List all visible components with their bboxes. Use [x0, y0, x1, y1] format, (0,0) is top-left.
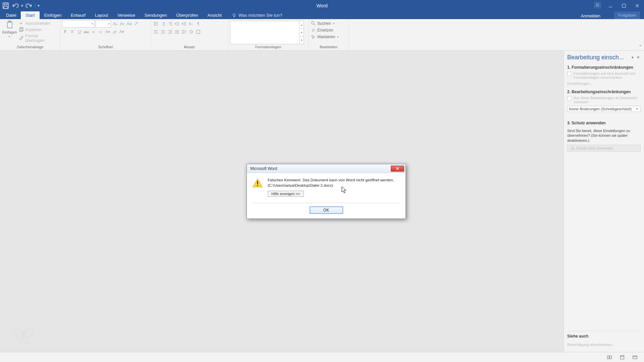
dialog-message-2: (C:\Users\seiya\Desktop\Datei 2.docx)	[268, 183, 394, 188]
save-icon[interactable]	[2, 2, 9, 9]
read-mode-icon[interactable]	[606, 354, 613, 361]
multilevel-list-icon[interactable]	[167, 21, 173, 27]
group-font: ▾ ▾ A▴ A▾ Aa F K U abc x2 x2 A▾ A▾ Schri…	[60, 19, 151, 50]
align-justify-icon[interactable]	[174, 29, 180, 35]
ribbon-display-options-icon[interactable]	[594, 2, 600, 8]
styles-gallery-scroller[interactable]: ▴▾▾	[299, 21, 304, 44]
web-layout-icon[interactable]	[631, 354, 639, 361]
ribbon: Einfügen ▾ ✂Ausschneiden Kopieren Format…	[0, 19, 644, 51]
change-case-icon[interactable]: Aa	[126, 21, 132, 27]
align-right-icon[interactable]	[167, 29, 173, 35]
superscript-button[interactable]: x2	[98, 29, 104, 35]
select-icon	[311, 34, 316, 40]
window-controls	[604, 0, 644, 11]
svg-point-15	[154, 23, 155, 24]
paste-label: Einfügen	[2, 30, 17, 34]
grow-font-icon[interactable]: A▴	[112, 21, 118, 27]
number-list-icon[interactable]	[160, 21, 166, 27]
show-help-button[interactable]: Hilfe anzeigen >>	[268, 191, 304, 197]
strike-button[interactable]: abc	[84, 29, 90, 35]
status-bar	[0, 352, 644, 362]
svg-rect-58	[257, 181, 258, 184]
maximize-icon[interactable]	[617, 0, 631, 11]
italic-button[interactable]: K	[69, 29, 75, 35]
mouse-cursor-icon	[341, 186, 347, 194]
cut-button[interactable]: ✂Ausschneiden	[18, 21, 58, 26]
tab-references[interactable]: Verweise	[113, 11, 140, 19]
section1-heading: 1. Formatierungseinschränkungen	[567, 65, 641, 70]
restriction-type-combo[interactable]: Keine Änderungen (Schreibgeschützt) ▼	[567, 106, 641, 112]
clear-formatting-icon[interactable]	[133, 21, 139, 27]
print-layout-icon[interactable]	[619, 354, 626, 361]
group-styles: ▴▾▾ Formatvorlagen	[228, 19, 309, 50]
tab-start[interactable]: Start	[21, 11, 39, 19]
group-label-styles: Formatvorlagen	[230, 45, 306, 50]
borders-icon[interactable]	[195, 29, 201, 35]
apply-protection-button[interactable]: Ja, Schutz jetzt anwenden	[567, 145, 641, 152]
font-size-combo[interactable]: ▾	[96, 20, 111, 27]
tab-review[interactable]: Überprüfen	[172, 11, 203, 19]
minimize-icon[interactable]	[604, 0, 617, 11]
dialog-close-button[interactable]	[391, 166, 404, 172]
tell-me-placeholder: Was möchten Sie tun?	[238, 13, 282, 18]
app-title: Word	[316, 3, 327, 8]
ribbon-tabs: Datei Start Einfügen Entwurf Layout Verw…	[0, 11, 644, 19]
undo-dropdown-icon[interactable]: ▾	[21, 2, 23, 9]
sign-in-link[interactable]: Anmelden	[581, 13, 600, 18]
shading-icon[interactable]	[188, 29, 194, 35]
show-marks-icon[interactable]: ¶	[195, 21, 201, 27]
decrease-indent-icon[interactable]	[174, 21, 180, 27]
tab-view[interactable]: Ansicht	[203, 11, 227, 19]
pane-options-icon[interactable]: ▾	[630, 55, 635, 60]
replace-button[interactable]: Ersetzen	[311, 27, 333, 33]
tab-layout[interactable]: Layout	[90, 11, 113, 19]
pane-close-icon[interactable]: ✕	[635, 55, 641, 60]
align-center-icon[interactable]	[160, 29, 166, 35]
sort-icon[interactable]: A↓	[188, 21, 194, 27]
find-button[interactable]: Suchen▾	[311, 21, 335, 26]
paste-button[interactable]: Einfügen ▾	[2, 20, 17, 38]
font-name-combo[interactable]: ▾	[62, 20, 95, 27]
qat-customize-icon[interactable]: ▾	[37, 2, 40, 9]
search-icon	[311, 21, 316, 26]
svg-rect-1	[4, 3, 7, 5]
bullet-list-icon[interactable]	[153, 21, 159, 27]
warning-icon	[252, 178, 263, 188]
dialog-titlebar[interactable]: Microsoft Word	[247, 164, 406, 173]
apply-text: Sind Sie bereit, diese Einstellungen zu …	[567, 128, 641, 143]
dialog-title: Microsoft Word	[250, 166, 277, 171]
svg-rect-46	[197, 30, 200, 34]
text-effect-icon[interactable]: A▾	[105, 29, 111, 35]
select-button[interactable]: Markieren▾	[311, 34, 339, 40]
highlight-icon[interactable]	[112, 29, 118, 35]
font-color-icon[interactable]: A▾	[119, 29, 125, 35]
tab-file[interactable]: Datei	[1, 11, 21, 19]
format-restrict-checkbox[interactable]: Formatierungen auf eine Auswahl von Form…	[567, 71, 641, 79]
section2-heading: 2. Bearbeitungseinschränkungen	[567, 89, 641, 94]
redo-icon[interactable]	[25, 2, 33, 9]
subscript-button[interactable]: x2	[91, 29, 97, 35]
tab-design[interactable]: Entwurf	[66, 11, 90, 19]
format-painter-button[interactable]: Format übertragen	[18, 34, 58, 43]
tab-insert[interactable]: Einfügen	[40, 11, 66, 19]
styles-gallery[interactable]: ▴▾▾	[230, 21, 304, 44]
settings-link[interactable]: Einstellungen...	[567, 81, 641, 85]
restrict-permission-link[interactable]: Berechtigung einschränken...	[567, 343, 641, 347]
section3-heading: 3. Schutz anwenden	[567, 121, 641, 125]
collapse-ribbon-icon[interactable]: ⌃	[639, 44, 642, 49]
underline-button[interactable]: U	[76, 29, 83, 35]
shrink-font-icon[interactable]: A▾	[119, 21, 125, 27]
line-spacing-icon[interactable]	[181, 29, 187, 35]
bold-button[interactable]: F	[62, 29, 68, 35]
undo-icon[interactable]	[11, 2, 19, 9]
align-left-icon[interactable]	[153, 29, 159, 35]
share-button[interactable]: Freigeben	[614, 12, 640, 19]
copy-button[interactable]: Kopieren	[18, 27, 58, 33]
close-icon[interactable]	[631, 0, 644, 11]
ok-button[interactable]: OK	[310, 206, 343, 214]
increase-indent-icon[interactable]	[181, 21, 187, 27]
edit-restrict-checkbox[interactable]: Nur diese Bearbeitungen im Dokument zula…	[567, 96, 641, 104]
tell-me-search[interactable]: Was möchten Sie tun?	[232, 13, 282, 19]
tab-mailings[interactable]: Sendungen	[140, 11, 172, 19]
svg-point-17	[154, 25, 155, 25]
